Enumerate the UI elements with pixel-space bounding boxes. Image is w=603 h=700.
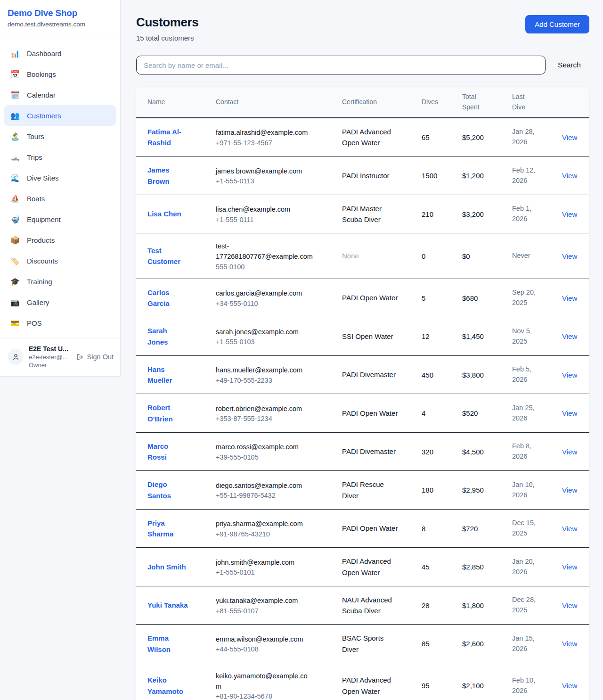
sidebar-item-discounts[interactable]: 🏷️ Discounts: [4, 250, 116, 271]
customer-email: test-1772681807767@example.com: [216, 241, 313, 262]
sidebar-item-customers[interactable]: 👥 Customers: [4, 105, 116, 126]
sidebar-item-label: Dashboard: [27, 49, 61, 58]
sidebar-item-label: Dive Sites: [27, 174, 59, 182]
customer-last-dive: Dec 28, 2025: [512, 595, 542, 616]
customer-name-link[interactable]: Diego Santos: [147, 479, 189, 501]
view-link[interactable]: View: [562, 371, 577, 379]
customer-email: marco.rossi@example.com: [216, 442, 313, 453]
sailboat-icon: ⛵: [10, 194, 20, 203]
customer-email: james.brown@example.com: [216, 166, 313, 177]
column-header-certification: Certification: [331, 87, 410, 118]
add-customer-button[interactable]: Add Customer: [525, 15, 589, 33]
customer-name-link[interactable]: Sarah Jones: [147, 325, 189, 347]
customer-certification: PADI Divemaster: [342, 446, 399, 457]
customer-phone: +44-555-0108: [216, 645, 331, 653]
view-link[interactable]: View: [562, 640, 577, 648]
sidebar-item-dashboard[interactable]: 📊 Dashboard: [4, 43, 116, 64]
search-button[interactable]: Search: [546, 61, 589, 69]
customer-name-link[interactable]: Emma Wilson: [147, 633, 189, 655]
sidebar-item-equipment[interactable]: 🤿 Equipment: [4, 209, 116, 230]
sidebar-item-dive-sites[interactable]: 🌊 Dive Sites: [4, 167, 116, 188]
view-link[interactable]: View: [562, 525, 577, 533]
customer-name-link[interactable]: Priya Sharma: [147, 518, 189, 540]
customer-name-link[interactable]: Hans Mueller: [147, 364, 189, 386]
customer-name-link[interactable]: Yuki Tanaka: [147, 600, 189, 610]
customer-phone: +1-555-0101: [216, 568, 331, 576]
column-header-contact: Contact: [204, 87, 331, 118]
customer-dives: 65: [422, 133, 451, 141]
column-header-last-dive: Last Dive: [501, 87, 551, 118]
customer-email: lisa.chen@example.com: [216, 205, 313, 215]
customer-row: Keiko Yamamoto keiko.yamamoto@example.co…: [136, 663, 589, 700]
customer-name-link[interactable]: Marco Rossi: [147, 441, 189, 463]
search-input[interactable]: [136, 56, 546, 74]
sidebar-item-trips[interactable]: 🛥️ Trips: [4, 147, 116, 167]
customer-last-dive: Feb 10, 2026: [512, 675, 542, 696]
view-link[interactable]: View: [562, 601, 577, 609]
customer-total-spent: $1,200: [462, 172, 501, 180]
customer-phone: +55-11-99876-5432: [216, 492, 331, 499]
customer-dives: 8: [422, 525, 451, 533]
sidebar-item-products[interactable]: 📦 Products: [4, 230, 116, 250]
customer-name-link[interactable]: Carlos Garcia: [147, 287, 189, 309]
customer-dives: 95: [422, 682, 451, 690]
sidebar-item-bookings[interactable]: 📅 Bookings: [4, 64, 116, 84]
view-link[interactable]: View: [562, 252, 577, 260]
customer-name-link[interactable]: Lisa Chen: [147, 208, 189, 219]
customer-certification: PADI Advanced Open Water: [342, 126, 399, 148]
customer-name-link[interactable]: Test Customer: [147, 245, 189, 267]
customer-total-spent: $2,600: [462, 640, 501, 648]
customers-table: Name Contact Certification Dives Total S…: [136, 87, 589, 700]
user-role: Owner: [29, 362, 68, 369]
view-link[interactable]: View: [562, 332, 577, 340]
customer-name-link[interactable]: Keiko Yamamoto: [147, 675, 189, 697]
view-link[interactable]: View: [562, 294, 577, 302]
sidebar-item-pos[interactable]: 💳 POS: [4, 313, 116, 333]
sign-out-button[interactable]: Sign Out: [76, 353, 114, 361]
customer-row: Sarah Jones sarah.jones@example.com +1-5…: [136, 317, 589, 356]
customer-name-link[interactable]: Robert O'Brien: [147, 402, 189, 424]
user-name: E2E Test U...: [29, 345, 68, 353]
customer-row: Fatima Al-Rashid fatima.alrashid@example…: [136, 118, 589, 156]
customer-certification: PADI Master Scuba Diver: [342, 203, 399, 225]
customer-name-link[interactable]: James Brown: [147, 165, 189, 187]
credit-card-icon: 💳: [10, 319, 20, 328]
customer-last-dive: Feb 12, 2026: [512, 165, 542, 186]
view-link[interactable]: View: [562, 172, 577, 180]
customer-dives: 5: [422, 294, 451, 302]
customer-last-dive: Feb 1, 2026: [512, 204, 542, 224]
customer-email: sarah.jones@example.com: [216, 327, 313, 338]
customer-certification: PADI Open Water: [342, 523, 399, 534]
view-link[interactable]: View: [562, 210, 577, 218]
customer-phone: +1-555-0111: [216, 216, 331, 223]
customer-total-spent: $0: [462, 252, 501, 260]
sidebar-item-label: Training: [27, 278, 52, 286]
customer-row: Priya Sharma priya.sharma@example.com +9…: [136, 509, 589, 548]
view-link[interactable]: View: [562, 409, 577, 417]
customer-row: John Smith john.smith@example.com +1-555…: [136, 548, 589, 586]
customer-name-link[interactable]: Fatima Al-Rashid: [147, 126, 189, 148]
view-link[interactable]: View: [562, 133, 577, 141]
customer-email: priya.sharma@example.com: [216, 519, 313, 529]
sidebar-item-calendar[interactable]: 🗓️ Calendar: [4, 84, 116, 105]
customer-dives: 210: [422, 210, 451, 218]
view-link[interactable]: View: [562, 448, 577, 456]
customer-name-link[interactable]: John Smith: [147, 561, 189, 572]
view-link[interactable]: View: [562, 563, 577, 571]
sidebar-item-label: Products: [27, 236, 55, 244]
customer-last-dive: Sep 20, 2025: [512, 288, 542, 308]
sidebar-item-boats[interactable]: ⛵ Boats: [4, 188, 116, 209]
customer-row: James Brown james.brown@example.com +1-5…: [136, 156, 589, 195]
sidebar-item-tours[interactable]: 🏝️ Tours: [4, 126, 116, 147]
diving-mask-icon: 🤿: [10, 215, 20, 224]
view-link[interactable]: View: [562, 486, 577, 494]
shop-domain: demo.test.divestreams.com: [8, 21, 113, 28]
customer-certification: PADI Instructor: [342, 170, 399, 181]
customer-email: keiko.yamamoto@example.com: [216, 671, 313, 692]
customer-row: Carlos Garcia carlos.garcia@example.com …: [136, 279, 589, 317]
sidebar-item-training[interactable]: 🎓 Training: [4, 271, 116, 292]
view-link[interactable]: View: [562, 682, 577, 690]
customer-certification: PADI Rescue Diver: [342, 479, 399, 501]
customer-last-dive: Jan 10, 2026: [512, 480, 542, 501]
sidebar-item-gallery[interactable]: 📷 Gallery: [4, 292, 116, 313]
